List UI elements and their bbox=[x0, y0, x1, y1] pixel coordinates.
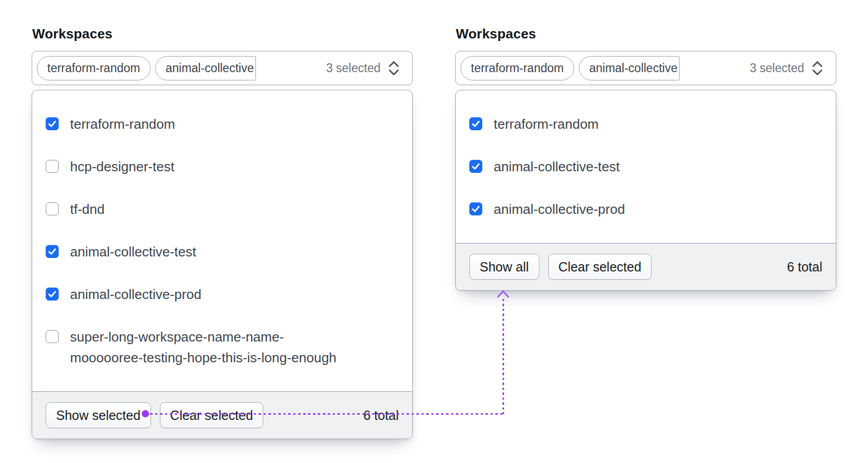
workspaces-dropdown: terraform-randomanimal-collective-testan… bbox=[455, 90, 836, 291]
workspace-option-row[interactable]: terraform-random bbox=[469, 103, 822, 145]
workspaces-dropdown: terraform-randomhcp-designer-testtf-dnda… bbox=[32, 90, 413, 439]
workspaces-multiselect[interactable]: terraform-random animal-collective 3 sel… bbox=[455, 51, 836, 85]
checkbox-checked[interactable] bbox=[46, 117, 59, 130]
checkbox-checked[interactable] bbox=[469, 117, 482, 130]
workspace-option-label: animal-collective-prod bbox=[494, 199, 625, 220]
selected-count-label: 3 selected bbox=[319, 61, 381, 75]
workspace-option-row[interactable]: animal-collective-prod bbox=[469, 188, 822, 230]
workspace-option-row[interactable]: tf-dnd bbox=[46, 188, 399, 230]
selected-count-label: 3 selected bbox=[742, 61, 804, 75]
workspace-option-list: terraform-randomanimal-collective-testan… bbox=[456, 90, 836, 243]
workspace-option-row[interactable]: hcp-designer-test bbox=[46, 145, 399, 188]
panel-title: Workspaces bbox=[456, 27, 836, 41]
workspace-option-label: animal-collective-prod bbox=[70, 284, 201, 305]
workspaces-multiselect[interactable]: terraform-random animal-collective 3 sel… bbox=[32, 51, 413, 85]
workspace-option-label: animal-collective-test bbox=[70, 241, 196, 262]
dropdown-footer: Show all Clear selected 6 total bbox=[456, 243, 836, 290]
workspace-option-list: terraform-randomhcp-designer-testtf-dnda… bbox=[32, 90, 412, 391]
workspace-option-row[interactable]: animal-collective-test bbox=[46, 230, 399, 273]
up-down-chevron-icon[interactable] bbox=[810, 60, 824, 77]
clear-selected-button[interactable]: Clear selected bbox=[548, 254, 652, 280]
dropdown-footer: Show selected Clear selected 6 total bbox=[32, 391, 412, 439]
show-all-button[interactable]: Show all bbox=[469, 254, 539, 280]
up-down-chevron-icon[interactable] bbox=[387, 60, 401, 77]
total-count-label: 6 total bbox=[363, 408, 399, 423]
checkbox-checked[interactable] bbox=[469, 202, 482, 215]
selected-pill-terraform-random[interactable]: terraform-random bbox=[460, 56, 574, 80]
workspace-option-row[interactable]: animal-collective-prod bbox=[46, 273, 399, 316]
workspace-option-row[interactable]: animal-collective-test bbox=[469, 145, 822, 188]
annotation-arrow-vertical-line bbox=[503, 299, 504, 414]
workspace-option-row[interactable]: super-long-workspace-name-name- mooooore… bbox=[46, 316, 399, 379]
workspaces-panel-left: Workspaces terraform-random animal-colle… bbox=[32, 27, 413, 439]
workspace-option-label: super-long-workspace-name-name- mooooore… bbox=[70, 326, 336, 368]
selected-pill-animal-collective-truncated[interactable]: animal-collective bbox=[155, 56, 256, 80]
panel-title: Workspaces bbox=[32, 27, 413, 41]
workspace-option-row[interactable]: terraform-random bbox=[46, 103, 399, 145]
checkbox-checked[interactable] bbox=[469, 160, 482, 173]
total-count-label: 6 total bbox=[787, 260, 822, 275]
workspace-option-label: tf-dnd bbox=[70, 199, 105, 220]
workspace-option-label: terraform-random bbox=[494, 114, 599, 134]
checkbox-checked[interactable] bbox=[46, 288, 59, 301]
selected-pill-terraform-random[interactable]: terraform-random bbox=[37, 56, 151, 80]
workspace-option-label: animal-collective-test bbox=[494, 156, 620, 177]
canvas: { "colors": { "checkbox_blue": "#1b6cf2"… bbox=[0, 0, 868, 463]
workspaces-panel-right: Workspaces terraform-random animal-colle… bbox=[455, 27, 836, 291]
selected-pill-animal-collective-truncated[interactable]: animal-collective bbox=[579, 56, 680, 80]
workspace-option-label: hcp-designer-test bbox=[70, 156, 174, 177]
annotation-arrowhead-icon bbox=[496, 289, 510, 301]
checkbox-unchecked[interactable] bbox=[46, 160, 59, 173]
show-selected-button[interactable]: Show selected bbox=[46, 402, 151, 428]
workspace-option-label: terraform-random bbox=[70, 114, 175, 134]
checkbox-unchecked[interactable] bbox=[46, 202, 59, 215]
clear-selected-button[interactable]: Clear selected bbox=[160, 402, 264, 428]
checkbox-checked[interactable] bbox=[46, 245, 59, 258]
checkbox-unchecked[interactable] bbox=[46, 330, 59, 343]
